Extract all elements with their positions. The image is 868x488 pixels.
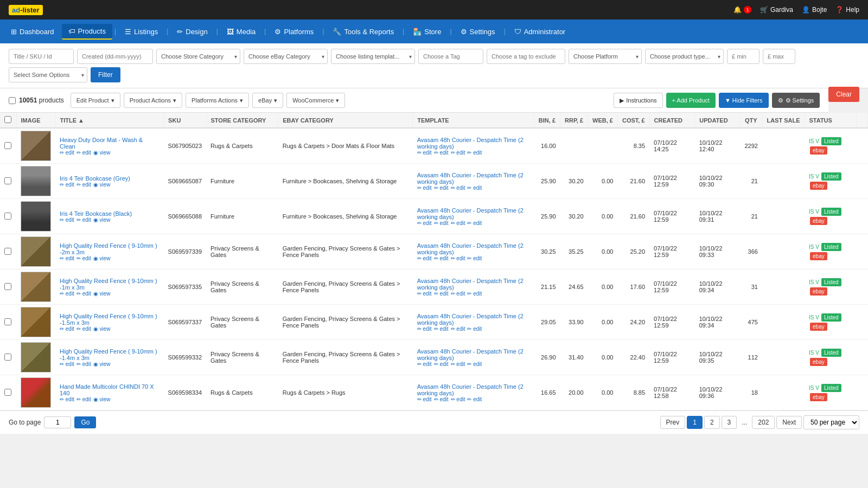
nav-platforms[interactable]: ⚙ Platforms (268, 24, 320, 39)
edit-link[interactable]: ✏ edit (60, 217, 74, 223)
edit-link[interactable]: ✏ edit (60, 150, 74, 156)
edit-sku-link[interactable]: ✏ edit (76, 182, 91, 188)
exclude-tag-input[interactable] (487, 49, 565, 64)
user-link[interactable]: 👤 Bojte (802, 6, 827, 14)
header-status[interactable]: STATUS (805, 113, 857, 128)
template-edit2-link[interactable]: ✏ edit (434, 150, 449, 156)
clear-button[interactable]: Clear (828, 87, 859, 102)
template-edit2-link[interactable]: ✏ edit (434, 220, 449, 226)
product-title-link[interactable]: High Quality Reed Fence ( 9-10mm ) -1.4m… (60, 348, 157, 361)
nav-design[interactable]: ✏ Design (170, 24, 214, 39)
product-actions-button[interactable]: Product Actions ▾ (124, 93, 182, 108)
product-title-link[interactable]: Iris 4 Teir Bookcase (Grey) (60, 175, 130, 182)
template-link[interactable]: Avasam 48h Courier - Despatch Time (2 wo… (417, 137, 524, 150)
ebay-button[interactable]: eBay ▾ (252, 93, 283, 108)
nav-media[interactable]: 🖼 Media (220, 24, 262, 39)
template-link[interactable]: Avasam 48h Courier - Despatch Time (2 wo… (417, 278, 524, 291)
logo[interactable]: ad-lister (9, 5, 43, 15)
row-checkbox[interactable] (0, 305, 16, 340)
nav-settings[interactable]: ⚙ Settings (454, 24, 502, 39)
product-title-link[interactable]: Iris 4 Teir Bookcase (Black) (60, 210, 132, 217)
price-max-input[interactable] (763, 49, 795, 64)
template-link[interactable]: Avasam 48h Courier - Despatch Time (2 wo… (417, 242, 524, 255)
platform-select[interactable]: Choose Platform (569, 49, 642, 64)
go-button[interactable]: Go (74, 416, 96, 428)
view-link[interactable]: ◉ view (93, 182, 111, 188)
template-edit4-link[interactable]: ✏ edit (467, 326, 482, 332)
template-edit-link[interactable]: ✏ edit (417, 361, 432, 367)
row-checkbox[interactable] (0, 340, 16, 375)
template-edit2-link[interactable]: ✏ edit (434, 361, 449, 367)
nav-store[interactable]: 🏪 Store (406, 24, 448, 39)
page-number-input[interactable] (44, 416, 71, 428)
template-edit4-link[interactable]: ✏ edit (467, 291, 482, 297)
tag-input[interactable] (418, 49, 483, 64)
add-product-button[interactable]: + Add Product (666, 93, 716, 108)
nav-tools[interactable]: 🔧 Tools & Reports (326, 24, 400, 39)
template-edit4-link[interactable]: ✏ edit (467, 220, 482, 226)
template-edit2-link[interactable]: ✏ edit (434, 255, 449, 261)
notifications[interactable]: 🔔 1 (733, 6, 751, 14)
template-edit3-link[interactable]: ✏ edit (451, 396, 465, 402)
product-title-link[interactable]: High Quality Reed Fence ( 9-10mm ) -2m x… (60, 242, 157, 255)
header-title[interactable]: TITLE ▲ (55, 113, 164, 128)
product-title-link[interactable]: High Quality Reed Fence ( 9-10mm ) -1.5m… (60, 313, 157, 326)
view-link[interactable]: ◉ view (93, 396, 111, 402)
filter-button[interactable]: Filter (91, 67, 120, 82)
header-rrp[interactable]: RRP, £ (560, 113, 588, 128)
prev-button[interactable]: Prev (660, 416, 686, 429)
view-link[interactable]: ◉ view (93, 291, 111, 297)
template-edit4-link[interactable]: ✏ edit (467, 396, 482, 402)
template-edit-link[interactable]: ✏ edit (417, 396, 432, 402)
template-edit4-link[interactable]: ✏ edit (467, 185, 482, 191)
nav-dashboard[interactable]: ⊞ Dashboard (4, 24, 61, 39)
header-created[interactable]: CREATED (649, 113, 695, 128)
edit-link[interactable]: ✏ edit (60, 361, 74, 367)
product-title-link[interactable]: Hand Made Multicolor CHINDI 70 X 140 (60, 383, 154, 396)
template-edit2-link[interactable]: ✏ edit (434, 185, 449, 191)
header-checkbox-input[interactable] (4, 116, 11, 123)
edit-product-button[interactable]: Edit Product ▾ (71, 93, 120, 108)
header-web[interactable]: WEB, £ (588, 113, 618, 128)
price-min-input[interactable] (727, 49, 760, 64)
ebay-category-select[interactable]: Choose eBay Category (244, 49, 328, 64)
template-link[interactable]: Avasam 48h Courier - Despatch Time (2 wo… (417, 172, 524, 185)
edit-link[interactable]: ✏ edit (60, 255, 74, 261)
template-edit4-link[interactable]: ✏ edit (467, 255, 482, 261)
header-last-sale[interactable]: LAST SALE (762, 113, 805, 128)
template-edit3-link[interactable]: ✏ edit (451, 361, 465, 367)
template-edit4-link[interactable]: ✏ edit (467, 361, 482, 367)
row-checkbox[interactable] (0, 164, 16, 199)
template-edit3-link[interactable]: ✏ edit (451, 255, 465, 261)
edit-sku-link[interactable]: ✏ edit (76, 255, 91, 261)
row-checkbox[interactable] (0, 234, 16, 269)
page-2-button[interactable]: 2 (704, 416, 720, 429)
template-edit-link[interactable]: ✏ edit (417, 150, 432, 156)
view-link[interactable]: ◉ view (93, 217, 111, 223)
help-link[interactable]: ❓ Help (835, 6, 859, 14)
template-edit2-link[interactable]: ✏ edit (434, 396, 449, 402)
view-link[interactable]: ◉ view (93, 326, 111, 332)
row-checkbox[interactable] (0, 269, 16, 305)
header-ebay-category[interactable]: EBAY CATEGORY (278, 113, 413, 128)
template-link[interactable]: Avasam 48h Courier - Despatch Time (2 wo… (417, 207, 524, 220)
product-title-link[interactable]: High Quality Reed Fence ( 9-10mm ) -1m x… (60, 278, 157, 291)
listing-template-select[interactable]: Choose listing templat... (331, 49, 415, 64)
template-edit3-link[interactable]: ✏ edit (451, 220, 465, 226)
edit-sku-link[interactable]: ✏ edit (76, 396, 91, 402)
template-edit2-link[interactable]: ✏ edit (434, 326, 449, 332)
page-1-button[interactable]: 1 (687, 416, 703, 429)
next-button[interactable]: Next (776, 416, 802, 429)
settings-button[interactable]: ⚙ ⚙ Settings (772, 93, 820, 108)
row-checkbox[interactable] (0, 128, 16, 164)
template-edit-link[interactable]: ✏ edit (417, 220, 432, 226)
edit-sku-link[interactable]: ✏ edit (76, 217, 91, 223)
template-edit3-link[interactable]: ✏ edit (451, 291, 465, 297)
select-options-select[interactable]: Select Some Options (9, 67, 87, 82)
template-edit3-link[interactable]: ✏ edit (451, 185, 465, 191)
edit-link[interactable]: ✏ edit (60, 291, 74, 297)
template-link[interactable]: Avasam 48h Courier - Despatch Time (2 wo… (417, 383, 524, 396)
title-sku-input[interactable] (9, 49, 74, 64)
page-202-button[interactable]: 202 (752, 416, 775, 429)
edit-sku-link[interactable]: ✏ edit (76, 150, 91, 156)
